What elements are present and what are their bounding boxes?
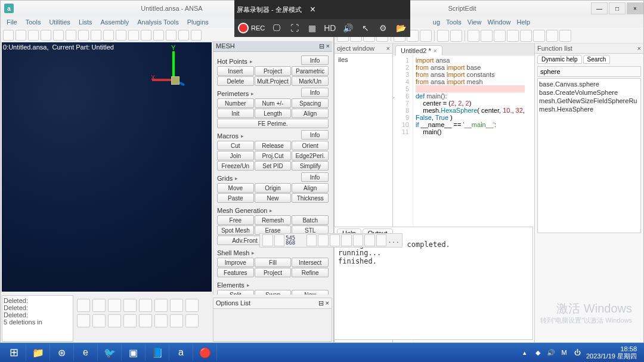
toolbar-icon[interactable] [481, 30, 493, 42]
mesh-button[interactable]: Num +/- [255, 98, 292, 108]
toolbar-icon[interactable] [128, 30, 139, 41]
section-header[interactable]: Shell Mesh [217, 249, 255, 256]
redo-icon[interactable] [450, 30, 462, 42]
tool-icon[interactable] [108, 314, 121, 327]
tool-icon[interactable] [306, 234, 317, 246]
toolbar-icon[interactable] [178, 30, 189, 41]
mesh-button[interactable]: Align [292, 109, 329, 118]
tool-icon[interactable] [376, 234, 387, 246]
tab-close-icon[interactable]: × [434, 48, 437, 54]
menu-help[interactable]: Help [515, 17, 533, 27]
mesh-button[interactable]: Move [217, 183, 254, 193]
tool-icon[interactable] [92, 314, 106, 327]
screen-recorder-titlebar[interactable]: 屏幕录制器 - 全屏模式 × [234, 0, 410, 19]
section-header[interactable]: Mesh Generation [217, 207, 273, 214]
mesh-button[interactable]: Mult.Project [255, 76, 292, 86]
menu-plugins[interactable]: Plugins [184, 17, 212, 27]
menu-utilities[interactable]: Utilities [45, 17, 73, 27]
tool-icon[interactable] [154, 314, 168, 327]
tool-icon[interactable] [274, 234, 285, 246]
mesh-button[interactable]: Edge2Peri. [292, 151, 329, 160]
toolbar-icon[interactable] [153, 30, 164, 41]
toolbar-icon[interactable] [78, 30, 89, 41]
fn-tab-search[interactable]: Search [583, 55, 611, 64]
mesh-button[interactable]: Cut [217, 141, 254, 150]
mesh-button[interactable]: Mark/Un [292, 76, 329, 86]
mesh-button[interactable]: Paste [217, 193, 254, 203]
close-icon[interactable]: × [306, 4, 319, 15]
tool-icon[interactable] [318, 234, 329, 246]
mesh-button[interactable]: Thickness [292, 193, 329, 203]
section-header[interactable]: Elements [217, 281, 250, 289]
info-button[interactable]: Info [301, 172, 329, 182]
fn-search-input[interactable] [537, 66, 641, 77]
mesh-button[interactable]: Project [255, 66, 292, 76]
tray-icon[interactable]: 🔊 [547, 348, 555, 357]
mesh-button[interactable]: Release [255, 141, 292, 150]
axis-gizmo[interactable]: Y X [152, 51, 194, 93]
tray-icon[interactable]: ⏻ [573, 348, 581, 357]
run-icon[interactable] [467, 30, 479, 42]
toolbar-icon[interactable] [141, 30, 151, 41]
tray-icon[interactable]: M [560, 348, 568, 357]
mesh-button[interactable]: Remesh [255, 215, 292, 225]
tool-icon[interactable] [364, 234, 375, 246]
tool-icon[interactable] [77, 299, 90, 312]
mesh-button[interactable]: Align [292, 183, 329, 193]
mesh-button[interactable]: Freeze/Un [217, 161, 254, 171]
taskbar-clock[interactable]: 18:58 2023/1/19 星期四 [586, 345, 637, 360]
fn-result[interactable]: mesh.HexaSphere [539, 105, 639, 113]
tool-icon[interactable] [170, 299, 183, 312]
viewport-3d[interactable]: 0:Untitled.ansa, Current Part: Untitled … [2, 42, 212, 292]
mesh-button[interactable]: Project [255, 268, 292, 277]
toolbar-icon[interactable] [494, 30, 506, 42]
minimize-button[interactable]: — [591, 2, 608, 14]
fn-results-list[interactable]: base.Canvas.spherebase.CreateVolumeSpher… [537, 78, 641, 233]
mesh-button[interactable]: Length [255, 109, 292, 118]
fn-result[interactable]: base.CreateVolumeSphere [539, 88, 639, 97]
toolbar-more[interactable]: ... [388, 237, 400, 245]
region-icon[interactable]: ⛶ [289, 22, 301, 34]
tool-icon[interactable] [123, 314, 137, 327]
menu-assembly[interactable]: Assembly [97, 17, 133, 27]
mesh-panel-header[interactable]: MESH ⊟ × [213, 41, 332, 52]
tool-icon[interactable] [185, 314, 199, 327]
tool-icon[interactable] [341, 234, 352, 246]
mesh-button[interactable]: Spacing [292, 98, 329, 108]
toolbar-icon[interactable] [546, 30, 558, 42]
mesh-button[interactable]: Free [217, 215, 254, 225]
tool-icon[interactable] [353, 234, 364, 246]
taskbar-app[interactable]: 📘 [145, 344, 169, 361]
mesh-button[interactable]: Swap [255, 290, 292, 295]
mesh-button[interactable]: Simplify [292, 161, 329, 171]
mesh-button[interactable]: New [292, 290, 329, 295]
mesh-button[interactable]: Origin [255, 183, 292, 193]
taskbar-app[interactable]: ⊛ [50, 344, 74, 361]
windows-taskbar[interactable]: ⊞ 📁 ⊛ e 🐦 ▣ 📘 a 🔴 ▴ ◆ 🔊 M ⏻ 18:58 2023/1… [0, 343, 644, 362]
mesh-button[interactable]: New [255, 193, 292, 203]
toolbar-icon[interactable] [533, 30, 545, 42]
maximize-button[interactable]: □ [609, 2, 626, 14]
mesh-button[interactable]: Set PID [255, 161, 292, 171]
tool-icon[interactable] [77, 314, 90, 327]
tool-icon[interactable] [139, 299, 152, 312]
tool-icon[interactable] [330, 234, 340, 246]
toolbar-icon[interactable] [191, 30, 202, 41]
menu-tools[interactable]: Tools [22, 17, 45, 27]
taskbar-app[interactable]: a [169, 344, 193, 361]
tool-icon[interactable] [139, 314, 152, 327]
mesh-button[interactable]: Refine [292, 268, 329, 277]
toolbar-icon[interactable] [91, 30, 101, 41]
toolbar-icon[interactable] [3, 30, 14, 41]
fn-tab-dynamic[interactable]: Dynamic help [537, 55, 582, 64]
close-icon[interactable]: ⊟ × [319, 42, 330, 50]
toolbar-icon[interactable] [116, 30, 126, 41]
mesh-button[interactable]: Insert [217, 66, 254, 76]
hd-icon[interactable]: HD [324, 22, 336, 34]
tray-icon[interactable]: ◆ [534, 348, 542, 357]
tool-icon[interactable] [92, 299, 106, 312]
cursor-icon[interactable]: ↖ [360, 22, 371, 34]
taskbar-app[interactable]: 📁 [26, 344, 50, 361]
toolbar-icon[interactable] [41, 30, 51, 41]
floating-toolbar[interactable]: 545 868 ... [259, 233, 402, 247]
